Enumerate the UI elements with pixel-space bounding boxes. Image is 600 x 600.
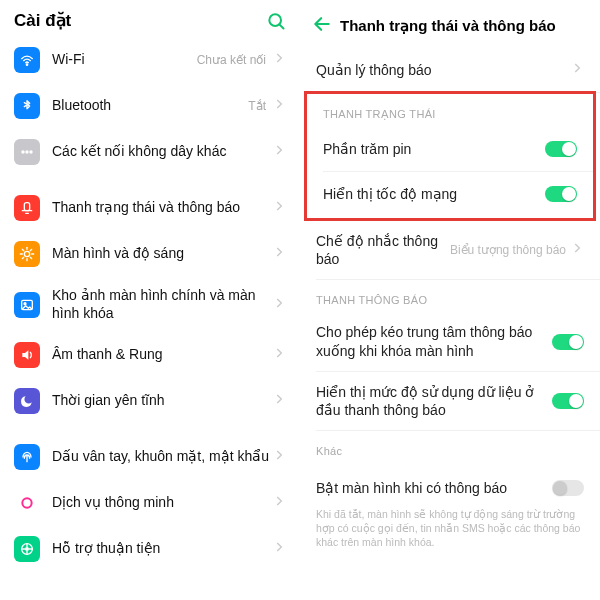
data-usage-label: Hiển thị mức độ sử dụng dữ liệu ở đầu th… xyxy=(316,383,552,419)
data-usage-toggle[interactable] xyxy=(552,393,584,409)
right-header: Thanh trạng thái và thông báo xyxy=(300,0,600,48)
chevron-right-icon xyxy=(272,346,286,364)
circle-o-icon xyxy=(14,490,40,516)
section-other: Khác xyxy=(300,431,600,463)
settings-row[interactable]: Hỗ trợ thuận tiện xyxy=(0,526,300,572)
wake-screen-label: Bật màn hình khi có thông báo xyxy=(316,479,552,497)
settings-row-label: Dịch vụ thông minh xyxy=(52,494,272,512)
svg-point-19 xyxy=(24,302,26,304)
settings-row-label: Dấu vân tay, khuôn mặt, mật khẩu xyxy=(52,448,272,466)
svg-line-15 xyxy=(30,257,31,258)
battery-percent-toggle[interactable] xyxy=(545,141,577,157)
right-title: Thanh trạng thái và thông báo xyxy=(340,17,556,35)
chevron-right-icon xyxy=(272,448,286,466)
wake-screen-row[interactable]: Bật màn hình khi có thông báo xyxy=(300,463,600,507)
svg-line-16 xyxy=(22,257,23,258)
net-speed-toggle[interactable] xyxy=(545,186,577,202)
dots-icon xyxy=(14,139,40,165)
wake-screen-note: Khi đã tắt, màn hình sẽ không tự động sá… xyxy=(300,507,600,558)
back-icon[interactable] xyxy=(306,10,340,42)
settings-row-sub: Chưa kết nối xyxy=(197,53,266,67)
finger-icon xyxy=(14,444,40,470)
drag-center-row[interactable]: Cho phép kéo trung tâm thông báo xuống k… xyxy=(300,312,600,370)
wifi-icon xyxy=(14,47,40,73)
settings-row[interactable]: Thanh trạng thái và thông báo xyxy=(0,185,300,231)
left-title: Cài đặt xyxy=(14,10,266,31)
chevron-right-icon xyxy=(272,494,286,512)
reminder-mode-value: Biểu tượng thông báo xyxy=(450,243,566,257)
settings-row[interactable]: Thời gian yên tĩnh xyxy=(0,378,300,424)
svg-rect-6 xyxy=(24,203,29,211)
search-icon[interactable] xyxy=(266,11,286,31)
svg-point-3 xyxy=(22,151,24,153)
net-speed-row[interactable]: Hiển thị tốc độ mạng xyxy=(307,172,593,216)
settings-row[interactable]: BluetoothTắt xyxy=(0,83,300,129)
svg-point-2 xyxy=(26,64,27,65)
sun-icon xyxy=(14,241,40,267)
settings-row-label: Màn hình và độ sáng xyxy=(52,245,272,263)
svg-point-9 xyxy=(24,251,29,256)
bell-icon xyxy=(14,195,40,221)
settings-row[interactable]: Dấu vân tay, khuôn mặt, mật khẩu xyxy=(0,434,300,480)
drag-center-label: Cho phép kéo trung tâm thông báo xuống k… xyxy=(316,323,552,359)
section-notification-bar: THANH THÔNG BÁO xyxy=(300,280,600,312)
settings-row-label: Wi-Fi xyxy=(52,51,197,69)
chevron-right-icon xyxy=(272,540,286,558)
settings-row[interactable]: Màn hình và độ sáng xyxy=(0,231,300,277)
reminder-mode-label: Chế độ nhắc thông báo xyxy=(316,232,450,268)
settings-row-sub: Tắt xyxy=(248,99,266,113)
chevron-right-icon xyxy=(272,296,286,314)
chevron-right-icon xyxy=(272,51,286,69)
gallery-icon xyxy=(14,292,40,318)
highlighted-section: THANH TRẠNG THÁI Phần trăm pin Hiển thị … xyxy=(304,91,596,221)
settings-row-label: Âm thanh & Rung xyxy=(52,346,272,364)
bluetooth-icon xyxy=(14,93,40,119)
wake-screen-toggle[interactable] xyxy=(552,480,584,496)
svg-line-17 xyxy=(30,249,31,250)
settings-row[interactable]: Âm thanh & Rung xyxy=(0,332,300,378)
settings-row[interactable]: Dịch vụ thông minh xyxy=(0,480,300,526)
settings-row-label: Thanh trạng thái và thông báo xyxy=(52,199,272,217)
settings-row-label: Các kết nối không dây khác xyxy=(52,143,272,161)
settings-row-label: Thời gian yên tĩnh xyxy=(52,392,272,410)
chevron-right-icon xyxy=(272,245,286,263)
settings-row[interactable]: Các kết nối không dây khác xyxy=(0,129,300,175)
chevron-right-icon xyxy=(272,143,286,161)
data-usage-row[interactable]: Hiển thị mức độ sử dụng dữ liệu ở đầu th… xyxy=(300,372,600,430)
settings-row[interactable]: Kho ảnh màn hình chính và màn hình khóa xyxy=(0,277,300,332)
left-header: Cài đặt xyxy=(0,0,300,37)
status-notification-pane: Thanh trạng thái và thông báo Quản lý th… xyxy=(300,0,600,600)
moon-icon xyxy=(14,388,40,414)
chevron-right-icon xyxy=(570,241,584,259)
battery-percent-row[interactable]: Phần trăm pin xyxy=(307,127,593,171)
chevron-right-icon xyxy=(272,392,286,410)
svg-line-14 xyxy=(22,249,23,250)
net-speed-label: Hiển thị tốc độ mạng xyxy=(323,185,545,203)
drag-center-toggle[interactable] xyxy=(552,334,584,350)
settings-row-label: Hỗ trợ thuận tiện xyxy=(52,540,272,558)
manage-notifications-label: Quản lý thông báo xyxy=(316,61,570,79)
support-icon xyxy=(14,536,40,562)
svg-point-4 xyxy=(26,151,28,153)
section-status-bar: THANH TRẠNG THÁI xyxy=(307,94,593,127)
svg-point-20 xyxy=(22,498,31,507)
settings-row-label: Kho ảnh màn hình chính và màn hình khóa xyxy=(52,287,272,322)
reminder-mode-row[interactable]: Chế độ nhắc thông báo Biểu tượng thông b… xyxy=(300,221,600,279)
chevron-right-icon xyxy=(272,199,286,217)
svg-point-5 xyxy=(30,151,32,153)
svg-line-1 xyxy=(279,24,283,28)
battery-percent-label: Phần trăm pin xyxy=(323,140,545,158)
sound-icon xyxy=(14,342,40,368)
settings-row[interactable]: Wi-FiChưa kết nối xyxy=(0,37,300,83)
left-list: Wi-FiChưa kết nốiBluetoothTắtCác kết nối… xyxy=(0,37,300,572)
chevron-right-icon xyxy=(570,61,584,79)
manage-notifications-row[interactable]: Quản lý thông báo xyxy=(300,48,600,92)
settings-row-label: Bluetooth xyxy=(52,97,248,115)
settings-root-pane: Cài đặt Wi-FiChưa kết nốiBluetoothTắtCác… xyxy=(0,0,300,600)
chevron-right-icon xyxy=(272,97,286,115)
